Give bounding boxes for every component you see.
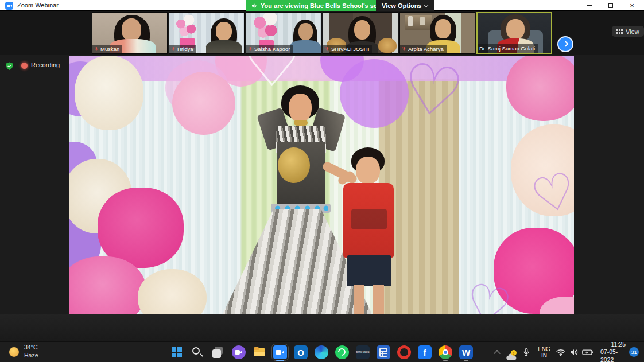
tshirt-print [351, 209, 387, 229]
speaker-icon [251, 2, 258, 9]
magenta-peony [98, 188, 184, 268]
outlook-icon[interactable]: O [294, 345, 308, 359]
participant-tile[interactable]: Saisha Kapoor [246, 12, 321, 54]
gallery-grid-icon [616, 29, 623, 34]
participant-name-tag: Muskan [92, 45, 122, 53]
weather-haze-icon[interactable] [9, 347, 19, 357]
cushion [378, 38, 397, 53]
participant-strip: Muskan Hridya Saisha Kapoor [0, 11, 644, 55]
participant-name-tag: Arpita Acharya [400, 45, 447, 53]
zoom-control-bar: Unmute Stop Video 157 Participants Chat … [0, 314, 644, 341]
recording-dot-icon [21, 63, 28, 69]
cream-flower [138, 269, 207, 314]
tray-mic-icon[interactable] [522, 342, 530, 362]
woman-face [289, 94, 312, 122]
search-icon[interactable] [191, 345, 204, 359]
video-chat-app-icon[interactable] [232, 345, 246, 359]
participant-name-tag: Saisha Kapoor [246, 45, 293, 53]
muted-mic-icon [248, 46, 253, 52]
task-view-icon[interactable] [211, 345, 225, 359]
banner-text: You are viewing Blue Bells School's scre… [261, 2, 390, 9]
start-button[interactable] [170, 345, 184, 359]
clock-date[interactable]: 11:25 07-05-2022 [600, 342, 626, 362]
tray-date: 07-05-2022 [600, 348, 626, 362]
calculator-icon[interactable] [377, 345, 390, 359]
tray-overflow-chevron[interactable] [494, 350, 500, 356]
close-button[interactable]: × [622, 0, 642, 11]
participant-tile[interactable]: Muskan [92, 12, 168, 54]
zoom-taskbar-icon[interactable] [273, 345, 287, 359]
white-flower [75, 56, 143, 130]
trophy [420, 17, 425, 25]
onedrive-alert-badge: ! [511, 350, 517, 356]
facebook-icon[interactable]: f [418, 345, 432, 359]
screen-share-banner: You are viewing Blue Bells School's scre… [246, 0, 396, 11]
chrome-icon[interactable] [439, 345, 452, 359]
muted-mic-icon [94, 46, 99, 52]
tulip-bouquet [174, 14, 197, 39]
cream-flower [511, 124, 574, 216]
chevron-right-icon [563, 41, 569, 47]
boy-leg [373, 285, 384, 314]
close-icon: × [630, 1, 634, 10]
prime-video-icon[interactable]: prime video [356, 345, 370, 359]
next-participants-button[interactable] [557, 36, 573, 52]
view-layout-button[interactable]: View [612, 26, 644, 37]
maximize-icon [608, 3, 613, 8]
main-stage: Recording [0, 55, 644, 314]
minimize-icon [587, 5, 592, 6]
trophy [408, 16, 413, 26]
title-bar: Zoom Webinar You are viewing Blue Bells … [0, 0, 644, 11]
shared-screen-photo: ♡ ♡ ♡ ♡ ♡ [69, 56, 574, 314]
boy-leg [354, 285, 364, 314]
participant-tile[interactable]: Arpita Acharya [399, 12, 475, 54]
view-options-button[interactable]: View Options [376, 0, 434, 11]
participant-name-tag: SHIVALI JOSHI [323, 45, 372, 53]
gold-necklace [294, 120, 308, 126]
boy-face [356, 157, 380, 184]
wifi-icon[interactable] [556, 342, 566, 362]
gold-breastplate [278, 147, 310, 183]
participant-tile-active-speaker[interactable]: Dr. Saroj Suman Gulati [476, 12, 552, 54]
battery-charging-icon[interactable] [582, 342, 593, 362]
zoom-webinar-window: Zoom Webinar You are viewing Blue Bells … [0, 0, 644, 362]
weather-condition[interactable]: Haze [24, 352, 38, 359]
weather-temperature[interactable]: 34°C [24, 344, 37, 351]
windows-taskbar: 34°C Haze O [0, 341, 644, 362]
minimize-button[interactable] [580, 0, 599, 11]
window-title: Zoom Webinar [17, 2, 59, 9]
maximize-button[interactable] [601, 0, 620, 11]
zoom-logo-icon [5, 2, 13, 10]
opera-icon[interactable] [397, 345, 411, 359]
security-shield-icon [5, 61, 14, 71]
edge-icon[interactable] [315, 345, 328, 359]
participant-name-tag: Hridya [169, 45, 196, 53]
participant-tile[interactable]: SHIVALI JOSHI [323, 12, 398, 54]
whatsapp-icon[interactable] [335, 345, 349, 359]
muted-mic-icon [171, 46, 176, 52]
tulip-bouquet [252, 13, 278, 41]
recording-status: Recording [31, 61, 60, 68]
view-button-label: View [626, 28, 639, 35]
onedrive-cloud-icon[interactable]: ! [505, 347, 518, 362]
pink-flower [506, 56, 574, 121]
participant-tile[interactable]: Hridya [169, 12, 245, 54]
chevron-down-icon [424, 2, 429, 7]
notification-count-badge[interactable]: 31 [629, 347, 639, 357]
muted-mic-icon [402, 46, 406, 52]
file-explorer-icon[interactable] [253, 345, 266, 359]
participant-name-tag: Dr. Saroj Suman Gulati [478, 44, 538, 53]
muted-mic-icon [325, 46, 329, 52]
volume-icon[interactable] [569, 342, 579, 362]
language-indicator[interactable]: ENG IN [536, 342, 552, 362]
purple-balloon [340, 59, 409, 128]
view-options-label: View Options [382, 2, 421, 9]
tray-time: 11:25 [611, 341, 626, 348]
pink-flower [172, 72, 235, 135]
boy-shorts [347, 255, 391, 286]
word-icon[interactable]: W [459, 345, 473, 359]
